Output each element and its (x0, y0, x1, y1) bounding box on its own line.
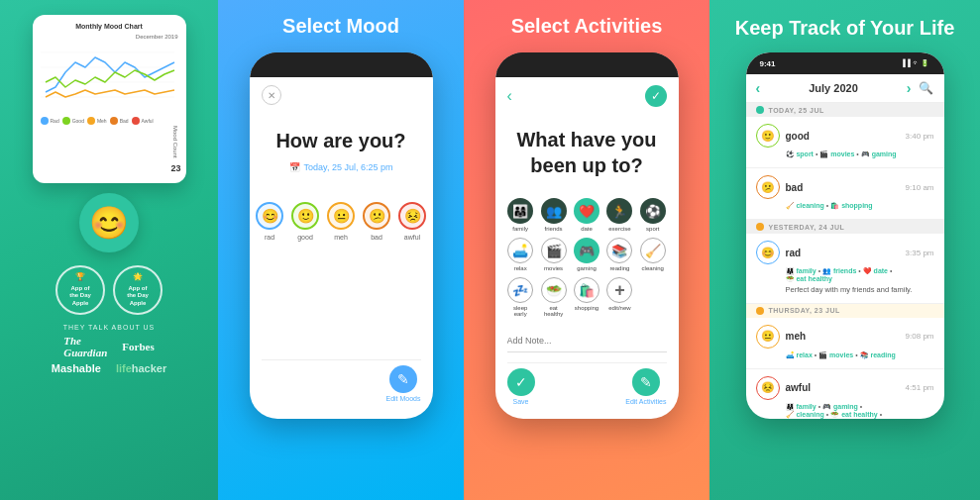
mood-option-rad[interactable]: 😊 rad (256, 202, 283, 241)
reading-icon: 📚 (606, 238, 632, 263)
mood-label-meh: meh (334, 234, 348, 241)
mood-option-awful[interactable]: 😣 awful (398, 202, 426, 241)
mood-circle-meh: 😐 (327, 202, 355, 230)
phone3-nav: ‹ ✓ (507, 85, 667, 107)
entry-meh[interactable]: 😐 meh 9:08 pm 🛋️ relax • 🎬 movies • 📚 re… (746, 318, 944, 369)
mashable-logo: Mashable (52, 362, 101, 374)
entry-awful[interactable]: 😣 awful 4:51 pm 👨‍👩‍👧 family • 🎮 gaming … (746, 369, 944, 420)
activity-date[interactable]: ❤️ date (573, 198, 599, 232)
sport-label: sport (646, 226, 659, 232)
nav-forward[interactable]: › (907, 80, 912, 96)
rad-note: Perfect day with my friends and family. (786, 285, 934, 296)
mood-label-good: good (297, 234, 313, 241)
activity-relax[interactable]: 🛋️ relax (507, 238, 534, 271)
today-label: TODAY, 25 JUL (769, 107, 824, 114)
phone3-content: ‹ ✓ What have you been up to? 👨‍👩‍👧 fami… (507, 80, 667, 410)
activity-family[interactable]: 👨‍👩‍👧 family (507, 198, 534, 232)
activities-grid: 👨‍👩‍👧 family 👥 friends ❤️ date 🏃 exercis… (507, 198, 667, 317)
mood-label-rad: rad (265, 234, 274, 241)
mood-circle-awful: 😣 (398, 202, 426, 230)
activity-sport[interactable]: ⚽ sport (639, 198, 666, 232)
mood-circle-bad: 😕 (363, 202, 390, 230)
chart-month: December 2019 (41, 34, 178, 40)
entry-good-header: 🙂 good 3:40 pm (756, 124, 934, 148)
edit-activities-button[interactable]: ✎ Edit Activities (625, 368, 666, 405)
close-button[interactable]: ✕ (262, 85, 281, 105)
relax-icon: 🛋️ (507, 238, 533, 263)
entry-bad-header: 😕 bad 9:10 am (756, 175, 934, 199)
status-bar-4: 9:41 ▐▐ ᯤ 🔋 (746, 52, 944, 74)
activity-eat[interactable]: 🥗 eat healthy (540, 277, 567, 317)
activity-cleaning[interactable]: 🧹 cleaning (639, 238, 666, 271)
media-row-1: TheGuardian Forbes (63, 335, 154, 358)
awful-mood-icon: 😣 (756, 376, 780, 400)
family-icon: 👨‍👩‍👧 (507, 198, 533, 224)
panel-select-mood: Select Mood 9:41 ▐▐▐ ᯤ 🔋 ✕ How are you? … (218, 0, 464, 500)
panel3-title: Select Activities (511, 15, 663, 38)
section-yesterday: YESTERDAY, 24 JUL (746, 220, 944, 234)
chart-title: Monthly Mood Chart (41, 23, 178, 30)
activity-shopping[interactable]: 🛍️ shopping (573, 277, 599, 317)
mood-circle-good: 🙂 (291, 202, 319, 230)
eat-label: eat healthy (540, 305, 567, 317)
status-time-4: 9:41 (760, 59, 776, 68)
add-note-input[interactable] (507, 330, 667, 352)
thursday-label: THURSDAY, 23 JUL (769, 307, 840, 314)
panel-keep-track: Keep Track of Your Life 9:41 ▐▐ ᯤ 🔋 ‹ Ju… (709, 0, 980, 500)
activity-sleep[interactable]: 💤 sleep early (507, 277, 534, 317)
activity-exercise[interactable]: 🏃 exercise (606, 198, 633, 232)
edit-moods-button[interactable]: ✎ Edit Moods (385, 365, 420, 402)
nav-back[interactable]: ‹ (756, 80, 761, 96)
date-display: 📅 Today, 25 Jul, 6:25 pm (262, 162, 421, 172)
date-icon: ❤️ (574, 198, 599, 224)
phone3-bottom-bar: ✓ Save ✎ Edit Activities (507, 362, 667, 405)
panel-green-hero: Monthly Mood Chart December 2019 Rad Goo… (0, 0, 218, 500)
bad-time: 9:10 am (906, 183, 934, 192)
activity-movies[interactable]: 🎬 movies (540, 238, 567, 271)
journal-header: ‹ July 2020 › 🔍 (746, 74, 944, 103)
panel-select-activities: Select Activities 9:41 ▐▐▐ ᯤ 🔋 ‹ ✓ What … (464, 0, 709, 500)
bad-mood-name: bad (786, 182, 804, 193)
save-button[interactable]: ✓ Save (507, 368, 535, 405)
yesterday-dot (756, 223, 764, 231)
yesterday-label: YESTERDAY, 24 JUL (769, 224, 845, 231)
search-icon[interactable]: 🔍 (919, 81, 933, 95)
activity-friends[interactable]: 👥 friends (540, 198, 567, 232)
award-badges: 🏆 App of the Day Apple 🌟 App ofthe DayAp… (55, 265, 163, 315)
mood-option-good[interactable]: 🙂 good (291, 202, 319, 241)
date-text: Today, 25 Jul, 6:25 pm (304, 162, 393, 172)
today-dot (756, 106, 764, 114)
thursday-dot (756, 307, 764, 315)
back-chevron[interactable]: ‹ (507, 87, 512, 105)
bad-mood-icon: 😕 (756, 175, 780, 199)
movies-label: movies (544, 265, 563, 271)
activity-reading[interactable]: 📚 reading (606, 238, 633, 271)
entry-meh-header: 😐 meh 9:08 pm (756, 325, 934, 349)
entry-rad[interactable]: 😊 rad 3:35 pm 👨‍👩‍👧 family • 👥 friends •… (746, 234, 944, 304)
good-mood-name: good (786, 131, 810, 142)
sleep-label: sleep early (507, 305, 534, 317)
section-today: TODAY, 25 JUL (746, 103, 944, 117)
activity-gaming[interactable]: 🎮 gaming (573, 238, 599, 271)
good-mood-icon: 🙂 (756, 124, 780, 148)
entry-good[interactable]: 🙂 good 3:40 pm ⚽ sport • 🎬 movies • 🎮 ga… (746, 117, 944, 168)
media-section-label: THEY TALK ABOUT US (63, 324, 156, 331)
gaming-icon: 🎮 (574, 238, 599, 263)
edit-moods-icon: ✎ (389, 365, 417, 393)
forbes-logo: Forbes (122, 341, 154, 352)
shopping-icon: 🛍️ (574, 277, 599, 303)
journal-month: July 2020 (809, 82, 858, 94)
media-logos: TheGuardian Forbes Mashable lifehacker (52, 335, 167, 374)
status-icons-2: ▐▐▐ ᯤ 🔋 (386, 58, 421, 66)
section-thursday: THURSDAY, 23 JUL (746, 304, 944, 318)
activity-new[interactable]: + edit/new (606, 277, 633, 317)
good-tags: ⚽ sport • 🎬 movies • 🎮 gaming (786, 150, 934, 158)
confirm-button[interactable]: ✓ (645, 85, 667, 107)
entry-bad[interactable]: 😕 bad 9:10 am 🧹 cleaning • 🛍️ shopping (746, 168, 944, 220)
badge-award-2: 🌟 App ofthe DayApple (113, 265, 163, 315)
mood-option-meh[interactable]: 😐 meh (327, 202, 355, 241)
mood-option-bad[interactable]: 😕 bad (363, 202, 390, 241)
rad-time: 3:35 pm (906, 249, 934, 257)
panel2-title: Select Mood (282, 15, 399, 38)
rad-mood-icon: 😊 (756, 241, 780, 264)
